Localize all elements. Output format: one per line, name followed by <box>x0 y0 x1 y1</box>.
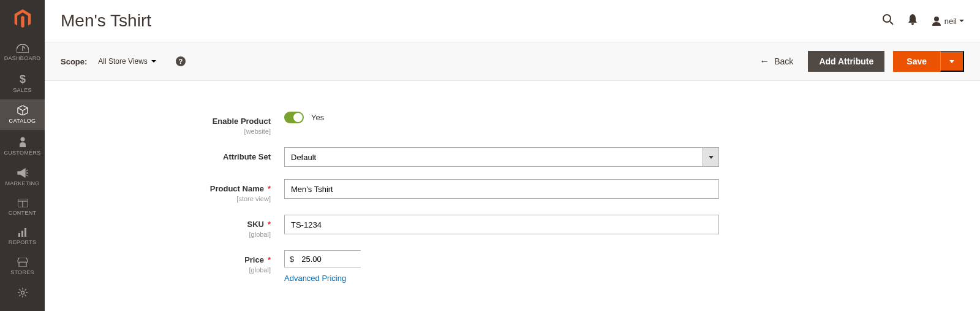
scope-left: Scope: All Store Views ? <box>61 56 186 66</box>
magento-logo[interactable] <box>0 0 45 38</box>
svg-rect-6 <box>21 231 23 237</box>
help-icon[interactable]: ? <box>176 56 186 66</box>
sidebar-item-label: MARKETING <box>5 180 39 186</box>
enable-product-sublabel: [website] <box>61 128 271 135</box>
user-name: neil <box>944 17 957 26</box>
sidebar-item-label: CUSTOMERS <box>4 150 40 156</box>
sidebar-item-sales[interactable]: $ SALES <box>0 67 45 99</box>
svg-point-8 <box>21 291 24 294</box>
attribute-set-value: Default <box>285 153 322 162</box>
price-sublabel: [global] <box>61 266 271 274</box>
product-name-sublabel: [store view] <box>61 195 271 202</box>
save-button-group: Save <box>893 51 964 72</box>
sidebar-item-content[interactable]: CONTENT <box>0 193 45 222</box>
price-currency: $ <box>285 255 299 264</box>
svg-rect-7 <box>24 228 26 237</box>
form-row-product-name: Product Name [store view] <box>61 179 964 202</box>
sidebar-item-label: CONTENT <box>9 210 37 216</box>
svg-point-9 <box>883 15 891 22</box>
page-title: Men's Tshirt <box>61 11 151 31</box>
sku-label: SKU <box>247 220 271 229</box>
sidebar-item-marketing[interactable]: MARKETING <box>0 162 45 193</box>
form-row-sku: SKU [global] <box>61 215 964 238</box>
form-row-attribute-set: Attribute Set Default <box>61 147 964 167</box>
search-icon[interactable] <box>882 13 894 28</box>
price-label: Price <box>244 255 271 264</box>
form-area: Enable Product [website] Yes Attribute S… <box>45 81 980 295</box>
scope-bar: Scope: All Store Views ? Back Add Attrib… <box>45 42 980 81</box>
sidebar-item-dashboard[interactable]: DASHBOARD <box>0 38 45 67</box>
svg-point-1 <box>20 137 24 142</box>
sidebar-item-label: SALES <box>13 87 32 93</box>
product-name-input[interactable] <box>284 179 719 199</box>
scope-label: Scope: <box>61 57 87 66</box>
chevron-down-icon <box>959 20 964 22</box>
save-button[interactable]: Save <box>893 51 940 72</box>
form-row-enable-product: Enable Product [website] Yes <box>61 112 964 135</box>
sidebar-item-label: REPORTS <box>9 239 36 245</box>
price-input-wrap: $ <box>284 250 361 267</box>
sidebar-item-label: STORES <box>10 269 34 275</box>
sidebar-item-label: DASHBOARD <box>4 55 41 61</box>
svg-point-11 <box>934 17 939 21</box>
main-content: Men's Tshirt neil Scope: All Store Views… <box>45 0 980 311</box>
svg-rect-5 <box>18 233 20 237</box>
add-attribute-button[interactable]: Add Attribute <box>808 51 884 72</box>
sidebar-item-stores[interactable]: STORES <box>0 251 45 282</box>
save-dropdown-button[interactable] <box>940 51 964 72</box>
svg-text:$: $ <box>19 74 25 85</box>
attribute-set-select[interactable]: Default <box>284 147 719 167</box>
advanced-pricing-link[interactable]: Advanced Pricing <box>284 274 346 283</box>
user-menu[interactable]: neil <box>931 16 964 26</box>
price-input[interactable] <box>299 251 407 267</box>
notifications-icon[interactable] <box>908 14 918 28</box>
sidebar-item-customers[interactable]: CUSTOMERS <box>0 130 45 162</box>
sidebar-item-label: CATALOG <box>9 118 36 124</box>
sidebar-item-reports[interactable]: REPORTS <box>0 222 45 251</box>
sidebar: DASHBOARD $ SALES CATALOG CUSTOMERS MARK… <box>0 0 45 311</box>
sku-input[interactable] <box>284 215 719 234</box>
scope-selector[interactable]: All Store Views <box>98 57 156 66</box>
svg-line-10 <box>890 21 893 25</box>
page-header: Men's Tshirt neil <box>45 0 980 42</box>
product-name-label: Product Name <box>210 184 271 193</box>
chevron-down-icon <box>703 148 718 166</box>
back-button[interactable]: Back <box>760 56 793 67</box>
sku-sublabel: [global] <box>61 231 271 238</box>
sidebar-item-catalog[interactable]: CATALOG <box>0 99 45 130</box>
enable-product-toggle-label: Yes <box>311 113 324 122</box>
enable-product-label: Enable Product <box>213 117 271 126</box>
attribute-set-label: Attribute Set <box>223 152 271 161</box>
enable-product-toggle[interactable] <box>284 112 304 123</box>
scope-right: Back Add Attribute Save <box>760 51 964 72</box>
header-actions: neil <box>882 13 964 28</box>
sidebar-item-system[interactable] <box>0 282 45 304</box>
form-row-price: Price [global] $ Advanced Pricing <box>61 250 964 283</box>
